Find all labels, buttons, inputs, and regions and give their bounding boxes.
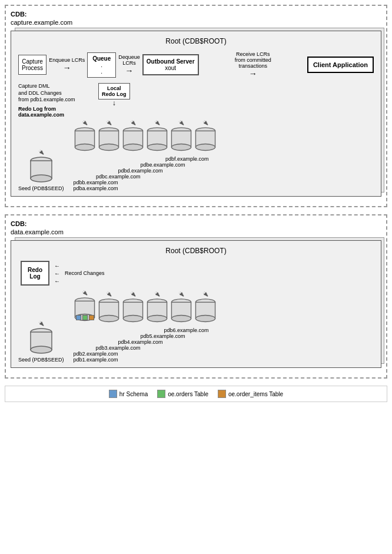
pdb2-label: pdb2.example.com xyxy=(74,351,210,357)
svg-point-17 xyxy=(171,144,191,151)
oe-orders-swatch-on-cylinder xyxy=(82,315,88,320)
pdbf-label: pdbf.example.com xyxy=(165,156,210,162)
pdb3-cylinder xyxy=(122,298,144,325)
enqueue-label: Enqueue LCRs xyxy=(49,57,85,63)
pdb3-label: pdb3.example.com xyxy=(96,345,210,351)
pdb6-plug: 🔌 xyxy=(202,291,208,297)
pdb4-cylinder xyxy=(146,298,168,325)
seed-label-top: Seed (PDB$SEED) xyxy=(18,185,64,191)
queue-dots2: . xyxy=(92,68,111,75)
bottom-cdb-label: CDB: xyxy=(11,220,381,227)
svg-point-14 xyxy=(147,144,167,151)
outbound-server-box: Outbound Server xout xyxy=(142,54,199,75)
bottom-seed-cylinder xyxy=(29,327,53,357)
redo-arrow1: ← xyxy=(54,263,60,269)
seed-plug-icon: 🔌 xyxy=(38,150,44,155)
hr-schema-label: hr Schema xyxy=(119,391,148,397)
capture-process-label2: Process xyxy=(22,65,43,71)
top-root-box: Root (CDB$ROOT) Capture Process Enqueue … xyxy=(11,31,381,197)
top-cdb-subtitle: capture.example.com xyxy=(11,19,381,26)
redo-log-label-bottom: RedoLog xyxy=(28,267,42,280)
client-app-box: Client Application xyxy=(307,57,374,73)
capture-process-box: Capture Process xyxy=(18,55,46,75)
pdb4-plug: 🔌 xyxy=(154,291,160,297)
capture-dml-label: Capture DMLand DDL Changesfrom pdb1.exam… xyxy=(18,83,75,104)
top-root-title: Root (CDB$ROOT) xyxy=(16,37,376,45)
svg-point-35 xyxy=(147,316,167,322)
hr-schema-swatch xyxy=(109,390,117,398)
pdbd-cylinder xyxy=(146,127,168,154)
top-cdb-label: CDB: xyxy=(11,11,381,18)
legend-item-oe-orders: oe.orders Table xyxy=(157,390,208,398)
pdbd-label: pdbd.example.com xyxy=(118,168,210,174)
svg-point-29 xyxy=(99,316,118,322)
pdbc-label: pdbc.example.com xyxy=(96,174,210,180)
oe-order-items-swatch xyxy=(218,390,226,398)
pdbb-label: pdbb.example.com xyxy=(74,180,210,185)
svg-point-32 xyxy=(123,316,142,322)
pdb6-label: pdb6.example.com xyxy=(164,327,210,333)
pdb5-plug: 🔌 xyxy=(178,291,184,297)
capture-process-label: Capture xyxy=(22,58,43,65)
svg-point-41 xyxy=(195,316,215,322)
pdb3-plug: 🔌 xyxy=(130,291,136,297)
client-app-label: Client Application xyxy=(313,61,368,68)
receive-arrow: → xyxy=(249,69,257,78)
pdb2-cylinder xyxy=(98,298,120,325)
svg-point-2 xyxy=(31,175,52,182)
outbound-sub: xout xyxy=(147,65,195,71)
svg-point-8 xyxy=(99,144,118,151)
bottom-root-box: Root (CDB$ROOT) RedoLog ← ← ← Record Cha… xyxy=(11,240,381,368)
pdbf-plug: 🔌 xyxy=(202,120,208,125)
seed-cylinder-svg xyxy=(29,156,53,185)
queue-box: Queue . . xyxy=(87,52,116,78)
pdbe-plug: 🔌 xyxy=(178,120,184,125)
pdbc-cylinder xyxy=(122,127,144,154)
pdbb-plug: 🔌 xyxy=(106,120,112,125)
dequeue-arrow: → xyxy=(125,66,134,75)
pdb6-cylinder xyxy=(194,298,217,325)
local-redo-log-box: LocalRedo Log xyxy=(98,83,130,99)
pdb5-label: pdb5.example.com xyxy=(141,333,210,339)
record-changes-label: Record Changes xyxy=(65,270,105,276)
redo-log-box: RedoLog xyxy=(21,261,49,286)
pdbf-cylinder xyxy=(194,127,217,154)
enqueue-arrow: → xyxy=(63,63,71,72)
queue-label: Queue xyxy=(92,55,111,62)
svg-point-5 xyxy=(75,144,94,151)
page: CDB: capture.example.com Root (CDB$ROOT)… xyxy=(0,0,392,407)
oe-order-items-label: oe.order_items Table xyxy=(228,391,283,397)
svg-point-38 xyxy=(171,316,191,322)
queue-dots: . xyxy=(92,62,111,68)
pdbb-cylinder xyxy=(98,127,120,154)
pdbd-plug: 🔌 xyxy=(154,120,160,125)
pdba-cylinder xyxy=(74,127,96,154)
oe-orders-swatch xyxy=(157,390,165,398)
legend: hr Schema oe.orders Table oe.order_items… xyxy=(5,386,387,402)
bottom-cdb-container: CDB: data.example.com Root (CDB$ROOT) Re… xyxy=(5,214,387,379)
pdba-label: pdba.example.com xyxy=(74,185,118,191)
svg-point-11 xyxy=(123,144,142,151)
bottom-seed-plug: 🔌 xyxy=(38,321,44,326)
redo-log-label: Redo Log fromdata.example.com xyxy=(18,106,64,118)
outbound-label: Outbound Server xyxy=(147,58,195,65)
pdb5-cylinder xyxy=(170,298,192,325)
pdbc-plug: 🔌 xyxy=(130,120,136,125)
hr-schema-swatch-on-cylinder xyxy=(76,315,81,320)
pdb4-label: pdb4.example.com xyxy=(118,339,210,345)
top-cdb-container: CDB: capture.example.com Root (CDB$ROOT)… xyxy=(5,5,387,207)
redo-down-arrow: ↓ xyxy=(112,99,116,107)
pdb1-label: pdb1.example.com xyxy=(74,357,118,363)
pdbe-cylinder xyxy=(170,127,192,154)
bottom-cdb-subtitle: data.example.com xyxy=(11,228,381,235)
pdb1-plug: 🔌 xyxy=(82,290,88,296)
oe-order-items-swatch-on-cylinder xyxy=(89,315,94,320)
bottom-root-title: Root (CDB$ROOT) xyxy=(16,247,376,255)
pdba-plug: 🔌 xyxy=(82,120,88,125)
pdb2-plug: 🔌 xyxy=(106,291,112,297)
dequeue-label: DequeueLCRs xyxy=(118,54,140,66)
oe-orders-label: oe.orders Table xyxy=(168,391,208,397)
redo-arrow2: ← xyxy=(54,270,60,277)
legend-item-hr: hr Schema xyxy=(109,390,148,398)
legend-item-oe-order-items: oe.order_items Table xyxy=(218,390,283,398)
